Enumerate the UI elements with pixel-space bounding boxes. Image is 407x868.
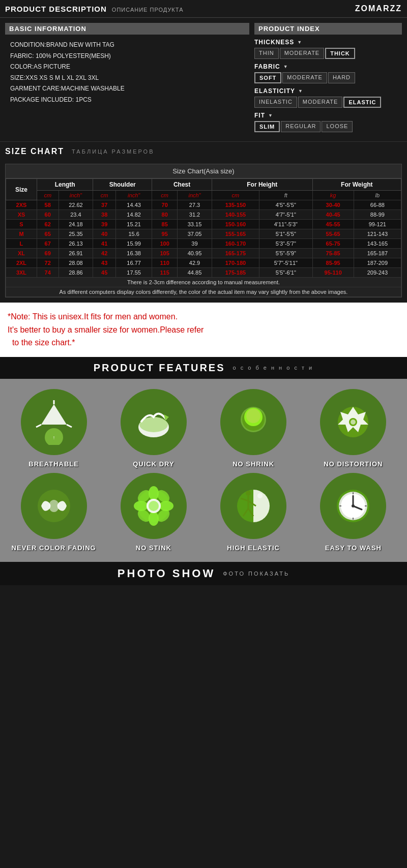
table-row: 2XL7228.084316.7711042.9170-1805'7"-5'11… xyxy=(6,258,401,268)
fit-label: FIT xyxy=(254,112,402,119)
table-cell: XL xyxy=(6,249,37,258)
note-text-2: As different computers display colors di… xyxy=(6,287,401,297)
table-cell: 26.91 xyxy=(59,249,93,258)
table-cell: 25.35 xyxy=(59,229,93,239)
high-elastic-icon-circle xyxy=(220,473,286,539)
product-index-title: PRODUCT INDEX xyxy=(254,23,402,35)
feature-easy-to-wash: EASY TO WASH xyxy=(305,473,402,552)
table-cell: 44.85 xyxy=(178,268,212,278)
table-row: XL6926.914216.3810540.95165-1755'5"-5'9"… xyxy=(6,249,401,258)
table-cell: 58 xyxy=(37,200,59,210)
table-cell: 40-45 xyxy=(312,210,354,220)
no-stink-icon xyxy=(131,483,177,529)
photo-show-title: PHOTO SHOW xyxy=(118,567,215,580)
sub-chest-cm: cm xyxy=(152,191,178,200)
fit-loose[interactable]: LOOSE xyxy=(322,121,353,132)
quick-dry-label: QUICK DRY xyxy=(133,460,174,468)
sub-weight-lb: lb xyxy=(354,191,401,200)
table-row: 2XS5822.623714.437027.3135-1504'5"-5'5"3… xyxy=(6,200,401,210)
fabric-moderate[interactable]: MODERATE xyxy=(282,72,327,83)
no-shrink-icon-circle xyxy=(220,389,286,455)
info-line-3: COLOR:AS PICTURE xyxy=(10,62,249,73)
svg-point-12 xyxy=(246,409,260,423)
features-subtitle: о с о б е н н о с т и xyxy=(233,365,314,371)
svg-point-37 xyxy=(257,493,263,498)
table-cell: 4'7"-5'1" xyxy=(259,210,312,220)
table-cell: 45 xyxy=(93,268,116,278)
svg-text:↑: ↑ xyxy=(52,435,55,440)
table-cell: 110 xyxy=(152,258,178,268)
table-row: M6525.354015.69537.05155-1655'1"-5'5"55-… xyxy=(6,229,401,239)
table-cell: 15.6 xyxy=(116,229,152,239)
table-section: Size Chart(Asia size) Size Length Should… xyxy=(0,161,407,303)
col-chest: Chest xyxy=(152,179,212,191)
table-cell: 65-75 xyxy=(312,239,354,249)
feature-breathable: ↑ BREATHABLE xyxy=(5,389,102,468)
elasticity-elastic[interactable]: ELASTIC xyxy=(343,97,381,108)
brand-name: ZOMARZZ xyxy=(355,4,402,13)
product-index-panel: PRODUCT INDEX THICKNESS THIN MODERATE TH… xyxy=(254,23,402,136)
table-cell: 69 xyxy=(37,249,59,258)
table-cell: 140-155 xyxy=(212,210,259,220)
table-cell: 2XL xyxy=(6,258,37,268)
info-line-6: PACKAGE INCLUDED: 1PCS xyxy=(10,95,249,106)
table-cell: 4'11"-5'3" xyxy=(259,220,312,229)
breathable-icon-circle: ↑ xyxy=(21,389,87,455)
table-cell: 39 xyxy=(178,239,212,249)
table-cell: 16.38 xyxy=(116,249,152,258)
table-cell: 60 xyxy=(37,210,59,220)
svg-point-20 xyxy=(149,486,159,500)
no-shrink-label: NO SHRINK xyxy=(232,460,274,468)
svg-point-18 xyxy=(49,500,59,512)
table-cell: 2XS xyxy=(6,200,37,210)
table-cell: 5'7"-5'11" xyxy=(259,258,312,268)
quick-dry-icon-circle xyxy=(121,389,187,455)
high-elastic-icon xyxy=(230,483,276,529)
col-shoulder: Shoulder xyxy=(93,179,152,191)
never-color-fading-label: NEVER COLOR FADING xyxy=(12,544,96,552)
fabric-soft[interactable]: SOFT xyxy=(254,72,281,83)
svg-point-23 xyxy=(159,501,173,511)
table-cell: 42.9 xyxy=(178,258,212,268)
header-left: PRODUCT DESCRIPTION ОПИСАНИЕ ПРОДУКТА xyxy=(5,5,183,13)
thickness-thin[interactable]: THIN xyxy=(254,48,279,59)
breathable-label: BREATHABLE xyxy=(28,460,79,468)
table-cell: 5'5"-5'9" xyxy=(259,249,312,258)
table-cell: 74 xyxy=(37,268,59,278)
quick-dry-icon xyxy=(131,399,177,445)
easy-to-wash-icon-circle xyxy=(320,473,386,539)
feature-never-color-fading: NEVER COLOR FADING xyxy=(5,473,102,552)
table-cell: 24.18 xyxy=(59,220,93,229)
no-stink-icon-circle xyxy=(121,473,187,539)
table-cell: 16.77 xyxy=(116,258,152,268)
fit-slim[interactable]: SLIM xyxy=(254,121,280,132)
table-cell: 170-180 xyxy=(212,258,259,268)
table-cell: 30-40 xyxy=(312,200,354,210)
fabric-hard[interactable]: HARD xyxy=(328,72,355,83)
table-cell: 31.2 xyxy=(178,210,212,220)
table-cell: 85 xyxy=(152,220,178,229)
thickness-moderate[interactable]: MODERATE xyxy=(280,48,325,59)
table-cell: 55-65 xyxy=(312,229,354,239)
feature-no-stink: NO STINK xyxy=(105,473,202,552)
photo-show-header: PHOTO SHOW ФОТО ПОКАЗАТЬ xyxy=(0,562,407,585)
fit-regular[interactable]: REGULAR xyxy=(281,121,321,132)
table-cell: 39 xyxy=(93,220,116,229)
table-cell: 105 xyxy=(152,249,178,258)
table-cell: 41 xyxy=(93,239,116,249)
table-cell: 33.15 xyxy=(178,220,212,229)
table-subheader-row: cm inch" cm inch" cm inch" cm ft kg lb xyxy=(6,191,401,200)
table-cell: 14.82 xyxy=(116,210,152,220)
elasticity-inelastic[interactable]: INELASTIC xyxy=(254,97,297,108)
table-row: L6726.134115.9910039160-1705'3"-5'7"65-7… xyxy=(6,239,401,249)
size-chart-title: SIZE CHART xyxy=(5,147,64,156)
photo-show-subtitle: ФОТО ПОКАЗАТЬ xyxy=(223,571,289,577)
table-cell: L xyxy=(6,239,37,249)
table-cell: 37.05 xyxy=(178,229,212,239)
never-color-fading-icon xyxy=(31,483,77,529)
table-cell: 135-150 xyxy=(212,200,259,210)
thickness-thick[interactable]: THICK xyxy=(325,48,355,59)
table-cell: 28.08 xyxy=(59,258,93,268)
elasticity-moderate[interactable]: MODERATE xyxy=(298,97,343,108)
feature-quick-dry: QUICK DRY xyxy=(105,389,202,468)
